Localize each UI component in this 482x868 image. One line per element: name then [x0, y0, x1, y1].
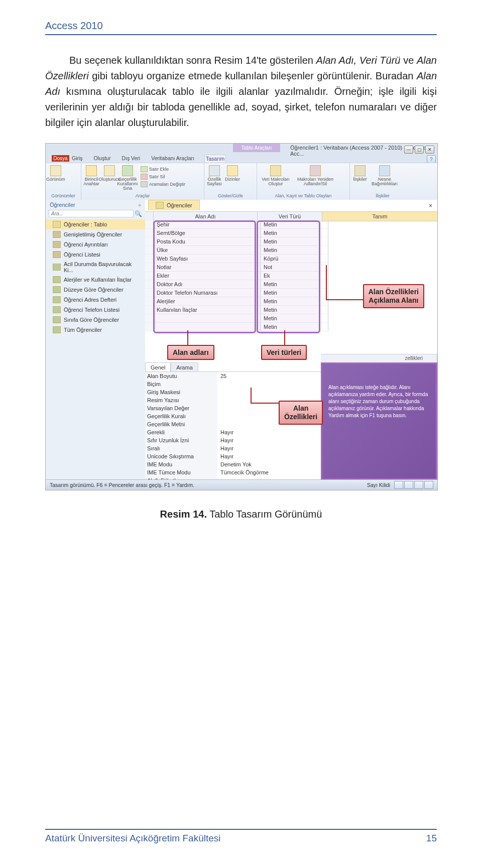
- property-value[interactable]: Hayır: [217, 428, 321, 436]
- property-value[interactable]: [217, 380, 321, 388]
- validation-button[interactable]: Geçerlilik Kurallarını Sına: [120, 165, 135, 191]
- label: Birincil Anahtar: [83, 177, 99, 186]
- property-value[interactable]: Tümcecik Öngörme: [217, 468, 321, 476]
- description-text: Alan açıklaması isteğe bağlıdır. Alanı a…: [328, 385, 428, 418]
- report-icon: [53, 264, 61, 271]
- property-row[interactable]: Unicode SıkıştırmaHayır: [145, 452, 321, 460]
- figure-title: Tablo Tasarım Görünümü: [207, 509, 322, 520]
- property-value[interactable]: Denetim Yok: [217, 460, 321, 468]
- tab-giris[interactable]: Giriş: [71, 155, 84, 162]
- nav-item[interactable]: Düzeye Göre Öğrenciler: [46, 285, 145, 295]
- form-icon: [53, 251, 61, 258]
- property-value[interactable]: 25: [217, 372, 321, 380]
- view-button[interactable]: Görünüm: [49, 165, 63, 182]
- row-selector[interactable]: [145, 289, 154, 297]
- nav-title[interactable]: Öğrenciler: [50, 202, 75, 208]
- row-selector[interactable]: [145, 297, 154, 306]
- row-selector[interactable]: [145, 323, 154, 331]
- close-button[interactable]: ✕: [425, 146, 434, 154]
- nav-item[interactable]: Öğrenci Adres Defteri: [46, 295, 145, 305]
- row-selector[interactable]: [145, 255, 154, 263]
- view-button-chart[interactable]: [414, 481, 423, 489]
- property-row[interactable]: SıralıHayır: [145, 444, 321, 452]
- nav-item[interactable]: Öğrenci Listesi: [46, 250, 145, 260]
- property-value[interactable]: Hayır: [217, 436, 321, 444]
- nav-item[interactable]: Sınıfa Göre Öğrenciler: [46, 315, 145, 325]
- nav-item[interactable]: Öğrenci Ayrıntıları: [46, 239, 145, 250]
- group-label: İlişkiler: [353, 192, 412, 198]
- create-data-macros-button[interactable]: Veri Makroları Oluştur: [260, 165, 291, 186]
- search-input[interactable]: [49, 210, 134, 217]
- property-value[interactable]: Hayır: [217, 444, 321, 452]
- property-label: Unicode Sıkıştırma: [145, 452, 217, 460]
- property-value[interactable]: [217, 388, 321, 396]
- tab-disveri[interactable]: Dış Veri: [120, 155, 141, 162]
- minimize-button[interactable]: —: [404, 146, 413, 154]
- tab-dbtools[interactable]: Veritabanı Araçları: [150, 155, 195, 162]
- row-selector[interactable]: [145, 263, 154, 272]
- connector-line: [326, 265, 327, 300]
- relationships-button[interactable]: İlişkiler: [353, 165, 367, 182]
- property-value[interactable]: Hayır: [217, 452, 321, 460]
- row-selector[interactable]: [145, 229, 154, 237]
- modify-lookups-button[interactable]: Aramaları Değiştir: [141, 180, 185, 188]
- nav-item[interactable]: Öğrenciler : Tablo: [46, 219, 145, 229]
- delete-row-button[interactable]: Satır Sil: [141, 173, 185, 180]
- collapse-nav-button[interactable]: «: [138, 202, 141, 208]
- row-selector[interactable]: [145, 246, 154, 255]
- column-header-fieldname[interactable]: Alan Adı: [154, 212, 258, 221]
- property-row[interactable]: Sıfır Uzunluk İzniHayır: [145, 436, 321, 444]
- row-selector[interactable]: [145, 314, 154, 323]
- page-header: Access 2010: [45, 20, 437, 35]
- page-number: 15: [426, 833, 437, 844]
- status-text: Tasarım görünümü. F6 = Pencereler arası …: [50, 482, 194, 488]
- property-row[interactable]: Biçim: [145, 380, 321, 388]
- view-button-design[interactable]: [424, 481, 433, 489]
- row-selector[interactable]: [145, 272, 154, 280]
- text: ve: [400, 55, 416, 66]
- property-row[interactable]: Giriş Maskesi: [145, 388, 321, 396]
- overlay-field-names: [153, 220, 256, 333]
- primary-key-button[interactable]: Birincil Anahtar: [84, 165, 98, 186]
- propsheet-tab-lookup[interactable]: Arama: [171, 362, 198, 372]
- restore-button[interactable]: ▢: [415, 146, 424, 154]
- nav-item-label: Alerjiler ve Kullanılan İlaçlar: [64, 277, 132, 283]
- column-header-description[interactable]: Tanım: [322, 212, 437, 221]
- row-selector[interactable]: [145, 237, 154, 246]
- insert-row-button[interactable]: Satır Ekle: [141, 165, 185, 173]
- tab-olustur[interactable]: Oluştur: [93, 155, 112, 162]
- column-header-datatype[interactable]: Veri Türü: [258, 212, 322, 221]
- property-sheet-button[interactable]: Özellik Sayfası: [207, 165, 221, 186]
- nav-item[interactable]: Genişletilmiş Öğrenciler: [46, 229, 145, 239]
- builder-button[interactable]: Oluşturucu: [102, 165, 116, 182]
- view-button-datasheet[interactable]: [394, 481, 403, 489]
- rename-delete-macro-button[interactable]: Makroları Yeniden Adlandır/Sil: [295, 165, 335, 186]
- help-button[interactable]: ?: [427, 155, 436, 163]
- document-tab[interactable]: Öğrenciler: [148, 200, 200, 210]
- callout-properties-desc: Alan Özellikleri Açıklama Alanı: [363, 284, 424, 308]
- nav-item[interactable]: Tüm Öğrenciler: [46, 325, 145, 335]
- property-row[interactable]: GerekliHayır: [145, 428, 321, 436]
- tab-tasarim[interactable]: Tasarım: [204, 155, 226, 162]
- view-button-pivot[interactable]: [404, 481, 413, 489]
- nav-item[interactable]: Öğrenci Telefon Listesi: [46, 305, 145, 315]
- page-footer: Atatürk Üniversitesi Açıköğretim Fakülte…: [45, 829, 437, 844]
- close-tab-button[interactable]: ×: [427, 202, 434, 209]
- property-row[interactable]: IME ModuDenetim Yok: [145, 460, 321, 468]
- property-row[interactable]: Alan Boyutu25: [145, 372, 321, 380]
- row-selector[interactable]: [145, 280, 154, 289]
- object-dependencies-button[interactable]: Nesne Bağımlılıkları: [371, 165, 398, 186]
- label: Satır Ekle: [149, 167, 169, 172]
- nav-item-label: Tüm Öğrenciler: [64, 327, 102, 333]
- row-selector[interactable]: [145, 220, 154, 229]
- nav-item[interactable]: Acil Durumda Başvurulacak Ki...: [46, 260, 145, 275]
- nav-item[interactable]: Alerjiler ve Kullanılan İlaçlar: [46, 275, 145, 285]
- row-selector[interactable]: [145, 306, 154, 314]
- file-tab[interactable]: Dosya: [52, 155, 69, 162]
- table-icon: [156, 202, 164, 209]
- pane-split-header: zellikleri: [321, 354, 437, 363]
- property-row[interactable]: IME Tümce ModuTümcecik Öngörme: [145, 468, 321, 476]
- propsheet-tab-general[interactable]: Genel: [145, 362, 171, 372]
- indexes-button[interactable]: Dizinler: [225, 165, 239, 182]
- label: Aramaları Değiştir: [149, 182, 185, 187]
